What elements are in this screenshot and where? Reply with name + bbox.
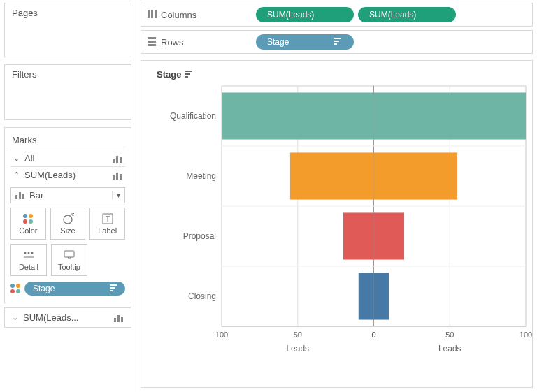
mark-buttons-row-2: Detail Tooltip <box>10 244 87 276</box>
svg-text:Meeting: Meeting <box>186 171 216 181</box>
detail-button[interactable]: Detail <box>10 244 47 276</box>
svg-text:0: 0 <box>371 331 375 339</box>
bar-chart-icon <box>113 154 124 163</box>
app-root: Pages Filters Marks ⌄ All ⌃ SUM(Leads) <box>0 0 537 392</box>
color-icon <box>10 284 20 293</box>
svg-rect-16 <box>64 251 74 257</box>
button-label: Color <box>19 226 37 235</box>
svg-rect-0 <box>113 159 115 163</box>
svg-rect-27 <box>148 41 156 43</box>
label-icon: T <box>102 212 113 225</box>
svg-rect-7 <box>19 192 21 199</box>
svg-rect-1 <box>116 156 118 163</box>
marks-card: Marks ⌄ All ⌃ SUM(Leads) <box>4 127 131 303</box>
svg-rect-54 <box>359 273 374 319</box>
svg-rect-47 <box>374 152 458 199</box>
mark-type-label: Bar <box>29 190 43 201</box>
pill-label: SUM(Leads) <box>267 10 314 20</box>
svg-point-14 <box>31 252 33 254</box>
svg-rect-4 <box>116 173 118 180</box>
button-label: Detail <box>19 263 38 271</box>
pill-label: SUM(Leads) <box>369 10 416 20</box>
svg-rect-23 <box>148 10 150 18</box>
svg-rect-18 <box>110 287 115 289</box>
svg-text:Leads: Leads <box>438 344 461 354</box>
svg-rect-28 <box>148 44 156 46</box>
columns-label: Columns <box>161 10 196 20</box>
size-icon <box>62 212 74 225</box>
sort-desc-icon <box>110 284 118 293</box>
mark-type-dropdown[interactable]: Bar ▾ <box>10 187 125 203</box>
svg-text:Qualification: Qualification <box>170 111 216 121</box>
tooltip-button[interactable]: Tooltip <box>51 244 87 276</box>
svg-rect-21 <box>117 315 120 322</box>
marks-row-all[interactable]: ⌄ All <box>10 150 125 166</box>
stage-pill[interactable]: Stage <box>24 282 125 296</box>
shelves: Columns SUM(Leads) SUM(Leads) Rows Stage <box>136 0 537 60</box>
pill-label: Stage <box>267 37 289 47</box>
svg-text:T: T <box>106 215 110 223</box>
marks-label: Marks <box>10 132 125 150</box>
rows-shelf[interactable]: Rows Stage <box>141 30 533 54</box>
bar-chart-icon <box>113 171 124 180</box>
marks-row-sumleads[interactable]: ⌃ SUM(Leads) <box>10 166 125 183</box>
marks-row-label: All <box>24 153 34 164</box>
svg-point-12 <box>24 252 26 254</box>
label-button[interactable]: T Label <box>90 208 125 240</box>
button-label: Size <box>60 226 75 235</box>
color-button[interactable]: Color <box>10 208 46 240</box>
chevron-down-icon: ⌄ <box>12 154 20 163</box>
svg-rect-30 <box>334 41 339 42</box>
pages-shelf[interactable]: Pages <box>4 3 131 57</box>
dropdown-arrow-icon: ▾ <box>112 191 120 199</box>
svg-rect-24 <box>151 10 153 18</box>
filters-shelf[interactable]: Filters <box>4 64 131 120</box>
svg-rect-50 <box>343 212 374 259</box>
svg-text:Leads: Leads <box>286 344 309 354</box>
chart-svg: QualificationMeetingProposalClosing10050… <box>141 61 533 388</box>
svg-rect-6 <box>15 195 17 199</box>
chevron-up-icon: ⌃ <box>12 170 20 180</box>
mark-buttons-row-1: Color Size T Label <box>10 208 125 240</box>
column-pill[interactable]: SUM(Leads) <box>256 7 354 22</box>
svg-text:100: 100 <box>215 331 228 339</box>
row-pill[interactable]: Stage <box>256 34 354 50</box>
svg-rect-22 <box>121 317 123 322</box>
svg-rect-5 <box>120 174 122 180</box>
svg-text:50: 50 <box>445 331 454 339</box>
columns-shelf[interactable]: Columns SUM(Leads) SUM(Leads) <box>141 3 533 27</box>
svg-rect-29 <box>334 38 341 39</box>
main-area: Columns SUM(Leads) SUM(Leads) Rows Stage <box>136 0 537 392</box>
filters-label: Filters <box>12 69 125 82</box>
svg-rect-31 <box>334 43 337 45</box>
svg-text:100: 100 <box>520 331 532 339</box>
svg-rect-25 <box>155 10 157 18</box>
size-button[interactable]: Size <box>50 208 86 240</box>
svg-rect-3 <box>113 175 115 180</box>
columns-icon <box>147 9 157 21</box>
svg-rect-44 <box>374 92 527 139</box>
svg-rect-26 <box>148 37 156 39</box>
button-label: Tooltip <box>58 263 80 271</box>
column-pill[interactable]: SUM(Leads) <box>358 7 456 22</box>
svg-point-9 <box>64 215 72 224</box>
button-label: Label <box>98 226 117 235</box>
svg-rect-55 <box>374 273 389 319</box>
marks-row-sumleads-2[interactable]: ⌄ SUM(Leads... <box>4 307 131 328</box>
stage-pill-row: Stage <box>10 280 125 297</box>
bar-chart-icon <box>114 314 125 322</box>
pill-label: Stage <box>33 284 55 293</box>
svg-rect-8 <box>22 194 24 199</box>
svg-point-13 <box>27 252 29 254</box>
pages-label: Pages <box>12 8 125 21</box>
marks-row-label: SUM(Leads) <box>24 170 76 180</box>
detail-icon <box>23 249 34 261</box>
svg-rect-46 <box>290 152 374 199</box>
marks-row-label: SUM(Leads... <box>23 312 78 323</box>
viz-canvas[interactable]: Stage QualificationMeetingProposalClosin… <box>141 60 533 388</box>
svg-rect-20 <box>114 318 116 322</box>
left-sidebar: Pages Filters Marks ⌄ All ⌃ SUM(Leads) <box>0 0 136 392</box>
rows-label: Rows <box>161 37 184 48</box>
svg-text:Proposal: Proposal <box>183 231 216 241</box>
chevron-down-icon: ⌄ <box>10 313 19 322</box>
